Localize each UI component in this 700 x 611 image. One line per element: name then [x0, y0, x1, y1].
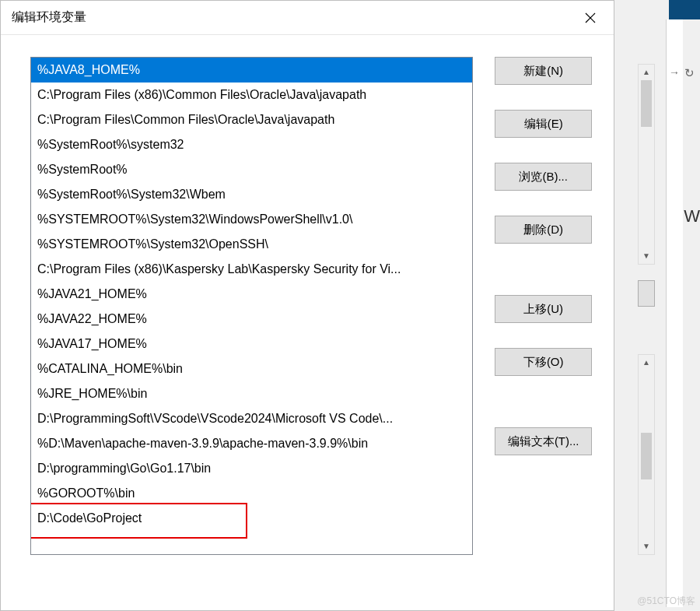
list-item[interactable]: %JAVA17_HOME%	[31, 332, 472, 356]
moveup-button[interactable]: 上移(U)	[495, 295, 592, 323]
list-item[interactable]: %CATALINA_HOME%\bin	[31, 356, 472, 381]
bg-title-fragment	[669, 0, 700, 19]
list-item[interactable]: D:\ProgrammingSoft\VScode\VScode2024\Mic…	[31, 406, 472, 431]
titlebar: 编辑环境变量	[1, 1, 614, 35]
list-item[interactable]: %SystemRoot%\system32	[31, 132, 472, 157]
list-item[interactable]: %SYSTEMROOT%\System32\WindowsPowerShell\…	[31, 207, 472, 232]
list-item[interactable]: %D:\Maven\apache-maven-3.9.9\apache-mave…	[31, 431, 472, 456]
scroll-up-icon[interactable]: ▲	[639, 355, 654, 370]
path-listbox[interactable]: %JAVA8_HOME%C:\Program Files (x86)\Commo…	[30, 57, 473, 555]
scroll-thumb[interactable]	[641, 433, 652, 479]
close-button[interactable]	[575, 6, 606, 30]
parent-scrollbar-bottom[interactable]: ▲ ▼	[638, 354, 655, 555]
dialog-content: %JAVA8_HOME%C:\Program Files (x86)\Commo…	[1, 35, 614, 610]
list-item[interactable]: D:\programming\Go\Go1.17\bin	[31, 456, 472, 481]
edit-env-var-dialog: 编辑环境变量 %JAVA8_HOME%C:\Program Files (x86…	[0, 0, 614, 611]
scroll-thumb[interactable]	[641, 80, 652, 127]
delete-button[interactable]: 删除(D)	[495, 216, 592, 244]
edit-button[interactable]: 编辑(E)	[495, 110, 592, 138]
scroll-down-icon[interactable]: ▼	[639, 248, 654, 264]
list-item[interactable]: %SystemRoot%	[31, 157, 472, 182]
button-column: 新建(N) 编辑(E) 浏览(B)... 删除(D) 上移(U) 下移(O) 编…	[495, 57, 592, 610]
list-item[interactable]: C:\Program Files (x86)\Kaspersky Lab\Kas…	[31, 257, 472, 282]
list-item[interactable]: %SystemRoot%\System32\Wbem	[31, 182, 472, 207]
list-item[interactable]: D:\Code\GoProject	[31, 506, 472, 531]
list-item[interactable]: C:\Program Files\Common Files\Oracle\Jav…	[31, 107, 472, 132]
list-item[interactable]: %JAVA21_HOME%	[31, 282, 472, 307]
bg-letter-w: W	[684, 206, 700, 226]
list-item[interactable]: %JRE_HOME%\bin	[31, 381, 472, 406]
list-item[interactable]: %GOROOT%\bin	[31, 481, 472, 506]
close-icon	[585, 12, 596, 23]
list-item[interactable]: C:\Program Files (x86)\Common Files\Orac…	[31, 83, 472, 107]
browse-button[interactable]: 浏览(B)...	[495, 163, 592, 191]
list-item[interactable]: %SYSTEMROOT%\System32\OpenSSH\	[31, 232, 472, 257]
movedown-button[interactable]: 下移(O)	[495, 348, 592, 376]
list-item[interactable]: %JAVA22_HOME%	[31, 307, 472, 332]
parent-button-fragment	[638, 280, 655, 307]
scroll-up-icon[interactable]: ▲	[639, 65, 654, 80]
dialog-title: 编辑环境变量	[12, 9, 575, 26]
bg-window-edge	[666, 19, 683, 607]
parent-scrollbar-top[interactable]: ▲ ▼	[638, 64, 655, 265]
new-button[interactable]: 新建(N)	[495, 57, 592, 85]
forward-icon[interactable]: →	[667, 66, 681, 82]
edittext-button[interactable]: 编辑文本(T)...	[495, 427, 592, 455]
list-item[interactable]: %JAVA8_HOME%	[31, 58, 472, 83]
watermark: @51CTO博客	[637, 595, 695, 608]
refresh-icon[interactable]: ↻	[681, 66, 697, 82]
scroll-down-icon[interactable]: ▼	[639, 539, 654, 554]
